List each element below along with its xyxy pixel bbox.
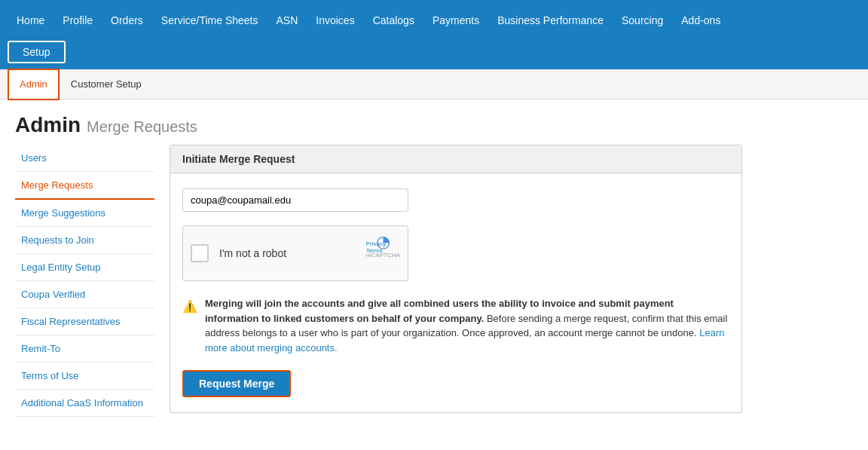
nav-business-performance[interactable]: Business Performance — [488, 0, 613, 41]
nav-profile[interactable]: Profile — [53, 0, 102, 41]
captcha-box: I'm not a robot ◔ reCAPTCHA Privacy · Te… — [182, 225, 408, 281]
sidebar-item-users[interactable]: Users — [15, 145, 154, 172]
page-title: Admin — [15, 113, 81, 137]
warning-icon: ⚠️ — [182, 298, 197, 355]
nav-invoices[interactable]: Invoices — [307, 0, 363, 41]
setup-button[interactable]: Setup — [8, 41, 66, 63]
captcha-checkbox[interactable] — [191, 244, 209, 262]
captcha-footer: Privacy · Terms — [366, 240, 394, 254]
sidebar-item-merge-suggestions[interactable]: Merge Suggestions — [15, 200, 154, 227]
captcha-terms[interactable]: Terms — [366, 247, 383, 254]
page-subtitle: Merge Requests — [87, 118, 197, 136]
sidebar-item-fiscal-representatives[interactable]: Fiscal Representatives — [15, 308, 154, 335]
sidebar-item-merge-requests[interactable]: Merge Requests — [15, 172, 154, 200]
sidebar: Users Merge Requests Merge Suggestions R… — [15, 145, 154, 417]
content-area: Initiate Merge Request I'm not a robot ◔… — [170, 145, 742, 417]
tab-customer-setup[interactable]: Customer Setup — [60, 69, 153, 99]
sidebar-item-additional-caas[interactable]: Additional CaaS Information — [15, 390, 154, 417]
sidebar-item-remit-to[interactable]: Remit-To — [15, 335, 154, 363]
nav-sourcing[interactable]: Sourcing — [613, 0, 672, 41]
sub-navigation: Admin Customer Setup — [0, 69, 868, 99]
tab-admin[interactable]: Admin — [8, 69, 60, 100]
nav-service-time-sheets[interactable]: Service/Time Sheets — [152, 0, 267, 41]
warning-text: Merging will join the accounts and give … — [205, 296, 729, 355]
captcha-separator: · — [387, 240, 389, 247]
warning-box: ⚠️ Merging will join the accounts and gi… — [182, 296, 729, 355]
top-navigation: Home Profile Orders Service/Time Sheets … — [0, 0, 868, 41]
captcha-privacy[interactable]: Privacy — [366, 240, 386, 247]
nav-payments[interactable]: Payments — [423, 0, 488, 41]
sidebar-item-legal-entity-setup[interactable]: Legal Entity Setup — [15, 254, 154, 281]
sidebar-item-requests-to-join[interactable]: Requests to Join — [15, 227, 154, 254]
page-title-area: Admin Merge Requests — [0, 99, 868, 145]
nav-catalogs[interactable]: Catalogs — [364, 0, 423, 41]
panel-header: Initiate Merge Request — [170, 145, 741, 173]
captcha-logo: ◔ reCAPTCHA Privacy · Terms — [366, 232, 400, 259]
sidebar-item-coupa-verified[interactable]: Coupa Verified — [15, 281, 154, 308]
nav-home[interactable]: Home — [8, 0, 53, 41]
request-merge-button[interactable]: Request Merge — [182, 370, 291, 397]
panel-body: I'm not a robot ◔ reCAPTCHA Privacy · Te… — [170, 173, 741, 412]
initiate-merge-panel: Initiate Merge Request I'm not a robot ◔… — [170, 145, 742, 413]
email-input[interactable] — [182, 188, 408, 212]
sidebar-item-terms-of-use[interactable]: Terms of Use — [15, 363, 154, 390]
setup-bar: Setup — [0, 41, 868, 69]
nav-orders[interactable]: Orders — [102, 0, 152, 41]
nav-asn[interactable]: ASN — [267, 0, 307, 41]
nav-add-ons[interactable]: Add-ons — [672, 0, 729, 41]
main-layout: Users Merge Requests Merge Suggestions R… — [0, 145, 868, 417]
